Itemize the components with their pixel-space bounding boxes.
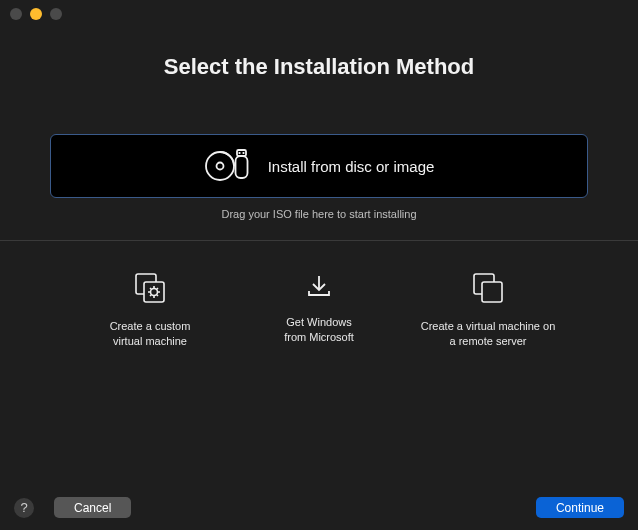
page-title: Select the Installation Method [0, 54, 638, 80]
svg-rect-10 [482, 282, 502, 302]
option-create-custom-vm[interactable]: Create a custom virtual machine [70, 271, 230, 349]
svg-point-1 [216, 163, 223, 170]
custom-vm-icon [133, 271, 167, 319]
remote-server-icon [471, 271, 505, 319]
window-titlebar [0, 0, 638, 28]
help-button[interactable]: ? [14, 498, 34, 518]
disc-usb-icon [204, 148, 254, 184]
install-from-disc-label: Install from disc or image [268, 158, 435, 175]
svg-rect-3 [235, 156, 247, 178]
drop-hint: Drag your ISO file here to start install… [50, 208, 588, 220]
options-row: Create a custom virtual machine Get Wind… [0, 241, 638, 349]
option-label: Create a custom virtual machine [110, 319, 191, 349]
option-remote-server-vm[interactable]: Create a virtual machine on a remote ser… [408, 271, 568, 349]
download-icon [304, 271, 334, 315]
window-close-button[interactable] [10, 8, 22, 20]
footer: ? Cancel Continue [0, 497, 638, 518]
window-minimize-button[interactable] [30, 8, 42, 20]
option-get-windows[interactable]: Get Windows from Microsoft [239, 271, 399, 349]
window-maximize-button[interactable] [50, 8, 62, 20]
svg-rect-7 [144, 282, 164, 302]
option-label: Create a virtual machine on a remote ser… [421, 319, 556, 349]
continue-button[interactable]: Continue [536, 497, 624, 518]
install-from-disc-drop-area[interactable]: Install from disc or image [50, 134, 588, 198]
cancel-button[interactable]: Cancel [54, 497, 131, 518]
option-label: Get Windows from Microsoft [284, 315, 354, 345]
